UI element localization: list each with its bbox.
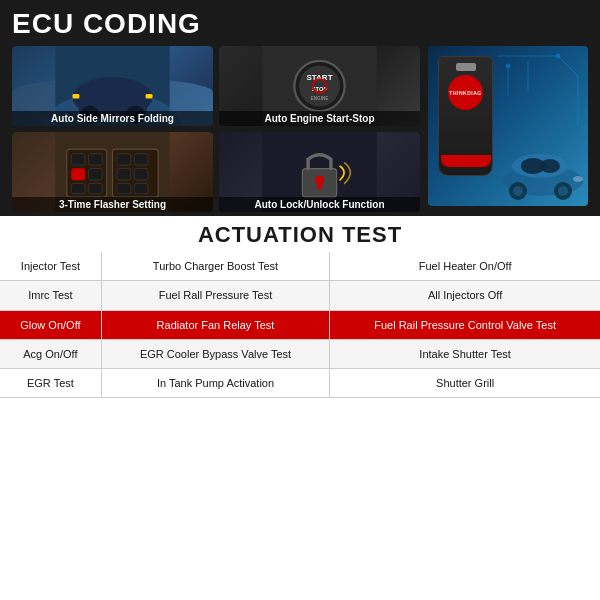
svg-rect-28 — [117, 183, 131, 193]
svg-rect-19 — [89, 154, 103, 165]
actuation-section: ACTUATION TEST Injector Test Turbo Charg… — [0, 216, 600, 600]
svg-rect-25 — [134, 154, 148, 165]
svg-rect-26 — [117, 169, 131, 180]
svg-point-48 — [506, 64, 510, 68]
svg-rect-27 — [134, 169, 148, 180]
svg-rect-22 — [71, 183, 85, 193]
table-cell: EGR Test — [0, 369, 101, 398]
ecu-item-engine: START STOP ENGINE Auto Engine Start-Stop — [219, 46, 420, 126]
table-row: Injector Test Turbo Charger Boost Test F… — [0, 252, 600, 281]
table-cell: Injector Test — [0, 252, 101, 281]
table-cell: In Tank Pump Activation — [101, 369, 329, 398]
svg-rect-18 — [71, 154, 85, 165]
svg-rect-33 — [317, 180, 322, 189]
svg-rect-20 — [71, 169, 85, 180]
ecu-item-label-lock: Auto Lock/Unlock Function — [219, 197, 420, 212]
ecu-item-mirrors: Auto Side Mirrors Folding — [12, 46, 213, 126]
table-cell: EGR Cooler Bypass Valve Test — [101, 339, 329, 368]
svg-point-49 — [556, 54, 560, 58]
ecu-item-label-engine: Auto Engine Start-Stop — [219, 111, 420, 126]
actuation-table: Injector Test Turbo Charger Boost Test F… — [0, 252, 600, 398]
ecu-title: ECU CODING — [12, 8, 588, 40]
car-background: THINKDIAG — [428, 46, 588, 206]
ecu-item-label-mirrors: Auto Side Mirrors Folding — [12, 111, 213, 126]
table-row: Glow On/Off Radiator Fan Relay Test Fuel… — [0, 310, 600, 339]
svg-rect-23 — [89, 183, 103, 193]
table-cell: Shutter Grill — [330, 369, 600, 398]
svg-rect-29 — [134, 183, 148, 193]
ecu-grid: Auto Side Mirrors Folding START STOP — [12, 46, 420, 212]
ecu-item-label-flasher: 3-Time Flasher Setting — [12, 197, 213, 212]
car-device-area: THINKDIAG — [428, 46, 588, 206]
table-row: Imrc Test Fuel Rall Pressure Test All In… — [0, 281, 600, 310]
table-cell: All Injectors Off — [330, 281, 600, 310]
table-cell: Turbo Charger Boost Test — [101, 252, 329, 281]
actuation-title: ACTUATION TEST — [0, 216, 600, 252]
ecu-item-lock: Auto Lock/Unlock Function — [219, 132, 420, 212]
ecu-coding-section: ECU CODING — [0, 0, 600, 216]
svg-text:START: START — [306, 73, 332, 82]
table-cell: Imrc Test — [0, 281, 101, 310]
table-cell: Fuel Rall Pressure Test — [101, 281, 329, 310]
table-row: Acg On/Off EGR Cooler Bypass Valve Test … — [0, 339, 600, 368]
svg-rect-21 — [89, 169, 103, 180]
ecu-item-flasher: 3-Time Flasher Setting — [12, 132, 213, 212]
page: ECU CODING — [0, 0, 600, 600]
svg-rect-24 — [117, 154, 131, 165]
svg-text:ENGINE: ENGINE — [311, 96, 329, 101]
table-row: EGR Test In Tank Pump Activation Shutter… — [0, 369, 600, 398]
table-cell: Fuel Heater On/Off — [330, 252, 600, 281]
ecu-content: Auto Side Mirrors Folding START STOP — [12, 46, 588, 212]
circuit-overlay — [428, 46, 588, 206]
table-cell: Acg On/Off — [0, 339, 101, 368]
table-cell: Radiator Fan Relay Test — [101, 310, 329, 339]
table-cell: Fuel Rail Pressure Control Valve Test — [330, 310, 600, 339]
table-cell: Glow On/Off — [0, 310, 101, 339]
svg-rect-6 — [73, 94, 80, 99]
table-cell: Intake Shutter Test — [330, 339, 600, 368]
svg-rect-7 — [146, 94, 153, 99]
svg-line-44 — [558, 56, 578, 76]
